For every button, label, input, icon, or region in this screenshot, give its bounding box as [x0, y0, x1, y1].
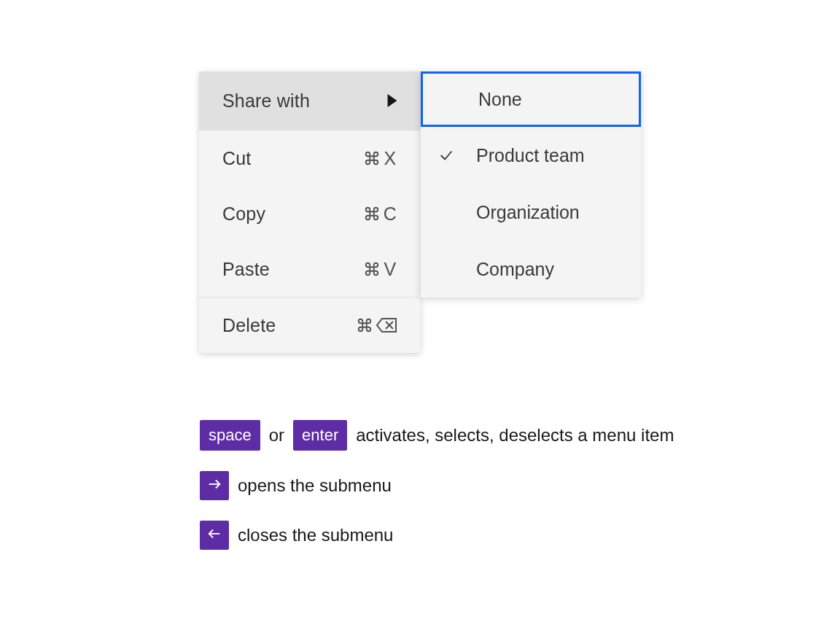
caret-right-icon: [387, 94, 397, 107]
legend-row: closes the submenu: [200, 521, 674, 550]
keyboard-legend: space or enter activates, selects, desel…: [200, 420, 674, 550]
command-icon: [364, 206, 380, 222]
submenu-item-product-team[interactable]: Product team: [421, 127, 641, 184]
arrow-left-icon: [206, 526, 222, 545]
menu-item-cut[interactable]: Cut X: [199, 131, 421, 186]
legend-text: or: [269, 425, 284, 446]
legend-text: opens the submenu: [238, 475, 392, 496]
menu-item-paste[interactable]: Paste V: [199, 241, 421, 297]
submenu-item-label: Company: [476, 259, 554, 280]
menu-item-shortcut: C: [364, 205, 397, 223]
menu-item-label: Copy: [222, 203, 265, 225]
shortcut-key: C: [383, 205, 397, 223]
menu-item-label: Share with: [222, 90, 310, 112]
shortcut-key: X: [383, 149, 397, 168]
key-space: space: [200, 420, 260, 451]
command-icon: [364, 150, 380, 166]
context-menu: Share with Cut X Copy: [199, 71, 421, 353]
menu-item-label: Cut: [222, 148, 252, 169]
key-arrow-right: [200, 471, 229, 500]
submenu-item-organization[interactable]: Organization: [421, 184, 641, 241]
submenu-item-company[interactable]: Company: [421, 241, 641, 298]
submenu-item-label: Organization: [476, 202, 580, 223]
menu-item-shortcut: [357, 317, 397, 333]
menu-item-copy[interactable]: Copy C: [199, 186, 421, 241]
menu-item-share-with[interactable]: Share with: [199, 71, 421, 130]
command-icon: [364, 261, 380, 277]
menu-item-shortcut: X: [364, 149, 397, 168]
legend-row: space or enter activates, selects, desel…: [200, 420, 674, 451]
arrow-right-icon: [206, 476, 222, 495]
backspace-icon: [376, 317, 397, 333]
submenu-item-none[interactable]: None: [421, 71, 641, 127]
legend-text: closes the submenu: [238, 525, 393, 545]
key-arrow-left: [200, 521, 229, 550]
command-icon: [357, 317, 373, 333]
key-enter: enter: [293, 420, 347, 451]
menu-item-label: Paste: [222, 259, 270, 280]
menu-item-label: Delete: [222, 315, 276, 336]
submenu-item-label: None: [478, 89, 522, 110]
legend-text: activates, selects, deselects a menu ite…: [356, 425, 674, 446]
submenu-item-label: Product team: [476, 145, 585, 166]
menu-item-delete[interactable]: Delete: [199, 298, 421, 353]
checkmark-icon: [438, 147, 476, 163]
svg-marker-0: [388, 94, 397, 107]
legend-row: opens the submenu: [200, 471, 674, 500]
submenu-share-with: None Product team Organization Company: [421, 71, 641, 298]
shortcut-key: V: [383, 260, 397, 279]
menu-item-shortcut: V: [364, 260, 397, 279]
